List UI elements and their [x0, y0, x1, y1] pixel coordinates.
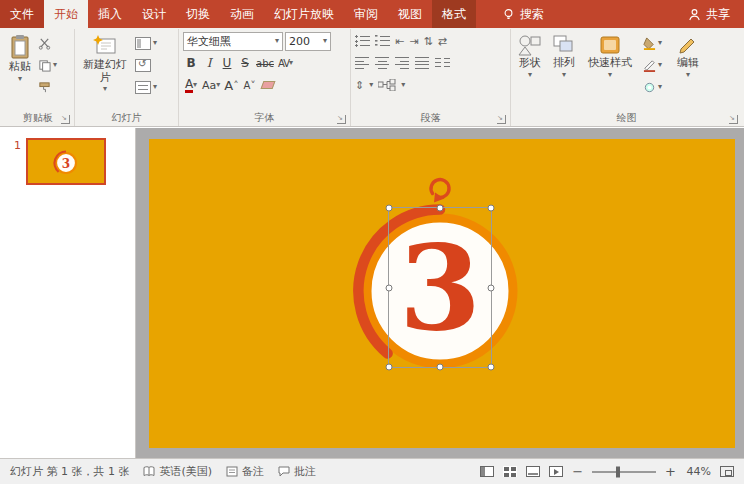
share-button[interactable]: 共享	[688, 0, 744, 28]
font-color-button[interactable]: A▾	[183, 76, 199, 95]
shape-effects-button[interactable]: ▾	[641, 78, 664, 96]
strikethrough-button[interactable]: abc	[255, 54, 275, 73]
paste-dropdown-arrow: ▾	[18, 75, 22, 83]
quick-styles-button[interactable]: 快速样式 ▾	[583, 31, 637, 80]
grow-font-button[interactable]: A˄	[223, 76, 239, 95]
zoom-slider[interactable]	[592, 471, 656, 473]
zoom-percentage[interactable]: 44%	[685, 465, 711, 478]
layout-dropdown-arrow: ▾	[153, 39, 157, 47]
drawing-dialog-launcher[interactable]	[729, 115, 738, 124]
slideshow-view-button[interactable]	[549, 466, 563, 477]
section-button[interactable]: ▾	[133, 78, 159, 96]
layout-icon	[135, 37, 151, 50]
shrink-arrow: ˅	[250, 80, 256, 91]
change-case-button[interactable]: Aa▾	[201, 76, 221, 95]
bold-label: B	[186, 56, 195, 70]
countdown-numeral[interactable]: 3	[389, 208, 491, 367]
tab-format[interactable]: 格式	[432, 0, 476, 28]
tab-file[interactable]: 文件	[0, 0, 44, 28]
align-left-button[interactable]	[355, 57, 370, 69]
quick-styles-dropdown-arrow: ▾	[608, 71, 612, 79]
tab-slideshow[interactable]: 幻灯片放映	[264, 0, 344, 28]
font-size-value: 200	[289, 35, 310, 48]
underline-button[interactable]: U	[219, 54, 235, 73]
language-button[interactable]: 英语(美国)	[143, 464, 212, 479]
bold-button[interactable]: B	[183, 54, 199, 73]
tab-home[interactable]: 开始	[44, 0, 88, 28]
text-shadow-button[interactable]: S	[237, 54, 253, 73]
comment-bubble-icon	[278, 466, 290, 477]
tab-transitions[interactable]: 切换	[176, 0, 220, 28]
arrange-button[interactable]: 排列 ▾	[549, 31, 579, 80]
text-direction-button[interactable]: ⇄	[438, 36, 447, 47]
line-spacing-button[interactable]: ⇅	[423, 36, 432, 47]
smartart-icon[interactable]	[378, 79, 396, 91]
columns-button[interactable]	[435, 57, 450, 69]
increase-indent-button[interactable]: ⇥	[409, 36, 418, 47]
shape-outline-button[interactable]: ▾	[641, 56, 664, 74]
zoom-in-button[interactable]: +	[665, 465, 676, 478]
format-painter-button[interactable]	[36, 78, 59, 96]
spacing-dropdown-arrow: ▾	[289, 59, 293, 67]
italic-button[interactable]: I	[201, 54, 217, 73]
cut-button[interactable]	[36, 34, 59, 52]
shapes-icon	[518, 34, 542, 56]
font-size-dropdown-arrow: ▾	[323, 37, 327, 45]
zoom-out-button[interactable]: −	[572, 465, 583, 478]
tab-review[interactable]: 审阅	[344, 0, 388, 28]
arrange-dropdown-arrow: ▾	[562, 71, 566, 79]
font-dialog-launcher[interactable]	[337, 115, 346, 124]
paragraph-dialog-launcher[interactable]	[497, 115, 506, 124]
shape-fill-button[interactable]: ▾	[641, 34, 664, 52]
tab-animations[interactable]: 动画	[220, 0, 264, 28]
numbering-button[interactable]	[375, 35, 390, 47]
bullets-button[interactable]	[355, 35, 370, 47]
fit-slide-to-window-button[interactable]	[720, 466, 734, 477]
resize-handle-bottom-left[interactable]	[386, 364, 393, 371]
notes-button[interactable]: 备注	[226, 464, 264, 479]
resize-handle-top-center[interactable]	[437, 205, 444, 212]
decrease-indent-button[interactable]: ⇤	[395, 36, 404, 47]
comments-button[interactable]: 批注	[278, 464, 316, 479]
character-spacing-button[interactable]: AV▾	[277, 54, 294, 73]
clipboard-group: 粘贴 ▾ ▾	[2, 29, 74, 126]
resize-handle-top-left[interactable]	[386, 205, 393, 212]
normal-view-button[interactable]	[480, 466, 494, 477]
tab-design[interactable]: 设计	[132, 0, 176, 28]
font-name-combobox[interactable]: 华文细黑 ▾	[183, 32, 283, 51]
resize-handle-bottom-center[interactable]	[437, 364, 444, 371]
paste-button[interactable]: 粘贴 ▾	[6, 31, 34, 84]
reset-button[interactable]	[133, 56, 159, 74]
editing-label: 编辑	[677, 57, 699, 70]
text-box-selection[interactable]: 3	[388, 207, 492, 368]
copy-button[interactable]: ▾	[36, 56, 59, 74]
resize-handle-bottom-right[interactable]	[488, 364, 495, 371]
clear-formatting-button[interactable]	[260, 76, 276, 95]
reading-view-button[interactable]	[526, 466, 540, 477]
reset-icon	[135, 59, 151, 72]
tab-view[interactable]: 视图	[388, 0, 432, 28]
slides-group: 新建幻灯片 ▾ ▾ ▾ 幻灯片	[74, 29, 178, 126]
layout-button[interactable]: ▾	[133, 34, 159, 52]
zoom-slider-thumb[interactable]	[616, 466, 620, 477]
slide-1-thumbnail[interactable]: 3	[26, 138, 106, 185]
new-slide-button[interactable]: 新建幻灯片 ▾	[79, 31, 131, 94]
resize-handle-middle-left[interactable]	[386, 284, 393, 291]
clipboard-dialog-launcher[interactable]	[61, 115, 70, 124]
font-size-combobox[interactable]: 200 ▾	[285, 32, 331, 51]
ribbon: 粘贴 ▾ ▾	[0, 28, 744, 127]
tab-insert[interactable]: 插入	[88, 0, 132, 28]
clipboard-group-label: 剪贴板	[23, 111, 53, 125]
editing-button[interactable]: 编辑 ▾	[674, 31, 702, 80]
shapes-button[interactable]: 形状 ▾	[515, 31, 545, 80]
vertical-align-button[interactable]: ⇕	[355, 80, 364, 91]
slide-sorter-view-button[interactable]	[503, 466, 517, 477]
shrink-font-button[interactable]: A˅	[242, 76, 258, 95]
align-center-button[interactable]	[375, 57, 390, 69]
justify-button[interactable]	[415, 57, 430, 69]
tell-me-search[interactable]: 搜索	[502, 0, 544, 28]
resize-handle-middle-right[interactable]	[488, 284, 495, 291]
align-right-button[interactable]	[395, 57, 410, 69]
slide-surface[interactable]: 3	[149, 139, 735, 448]
resize-handle-top-right[interactable]	[488, 205, 495, 212]
